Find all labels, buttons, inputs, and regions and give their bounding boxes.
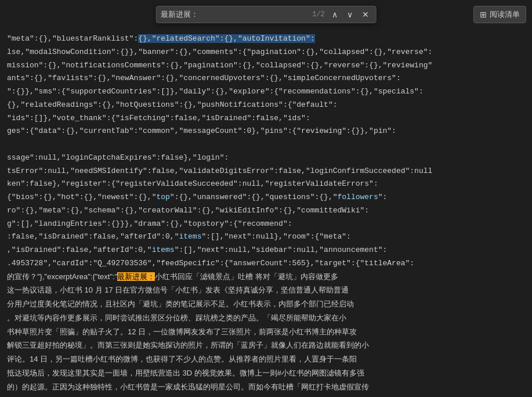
code-line-2: lse,"modalShowCondition":{}},"banner":{}… — [7, 46, 525, 59]
find-label: 最新进展： — [161, 9, 198, 20]
code-line-5: ":{}},"sms":{"supportedCountries":[]},"d… — [7, 85, 525, 99]
code-line-16: :false,"isDrained":false,"afterId":0,"it… — [7, 230, 525, 244]
code-line-10: ssage":null,"loginCaptchaExpires":false}… — [7, 151, 525, 165]
code-line-4: ants":{},"favlists":{},"newAnswer":{},"c… — [7, 72, 525, 85]
find-count: 1/2 — [312, 10, 325, 19]
reading-list-icon: ⊞ — [480, 10, 487, 19]
code-lines: "meta":{},"bluestarRanklist":{},"related… — [7, 33, 525, 394]
code-line-12: ken":false},"register":{"registerValidat… — [7, 178, 525, 191]
code-line-7: "ids":[]},"vote_thank":{"isFetching":fal… — [7, 112, 525, 125]
find-next-button[interactable]: ∨ — [345, 9, 355, 20]
code-line-3: mission":{},"notificationsComments":{},"… — [7, 59, 525, 73]
code-line-27: 的）的起源。正因为这种独特性，小红书曾是一家成长迅猛的明星公司。而如今有吐槽「网… — [7, 381, 525, 395]
find-prev-button[interactable]: ∧ — [330, 9, 340, 20]
main-content: "meta":{},"bluestarRanklist":{},"related… — [0, 0, 532, 397]
code-line-26: 抵达现场后，发现这里其实是一面墙，用壁纸营造出 3D 的视觉效果。微博上一则#小… — [7, 367, 525, 381]
code-line-23: 书种草照片变「照骗」的贴子火了。12 日，一位微博网友发布了三张照片，前两张是小… — [7, 326, 525, 340]
code-line-19: 的宣传？"},"excerptArea":{"text":"最新进展：小红书回应… — [7, 270, 525, 284]
code-line-24: 解锁三亚超好拍的秘境」。而第三张则是她实地探访的照片，所谓的「蓝房子」就像人们在… — [7, 339, 525, 353]
code-line-14: ro":{},"meta":{},"schema":{},"creatorWal… — [7, 204, 525, 218]
reading-list-label: 阅读清单 — [490, 9, 520, 20]
code-line-15: g":[],"landingEntries":{}}},"drama":{},"… — [7, 218, 525, 231]
code-line-9 — [7, 138, 525, 151]
code-line-21: 分用户过度美化笔记的情况，且社区内「避坑」类的笔记展示不足。小红书表示，内部多个… — [7, 298, 525, 312]
code-line-17: ,"isDrained":false,"afterId":0,"items":[… — [7, 244, 525, 257]
code-line-20: 这一热议话题，小红书 10 月 17 日在官方微信号「小红书」发表《坚持真诚分享… — [7, 284, 525, 298]
code-line-1: "meta":{},"bluestarRanklist":{},"related… — [7, 33, 525, 46]
code-line-25: 评论。14 日，另一篇吐槽小红书的微博，也获得了不少人的点赞。从推荐者的照片里看… — [7, 353, 525, 367]
reading-list-button[interactable]: ⊞ 阅读清单 — [473, 6, 526, 23]
code-line-22: 。对避坑等内容作更多展示，同时尝试推出景区分位榜、踩坑榜之类的产品。「竭尽所能帮… — [7, 312, 525, 326]
find-input[interactable] — [203, 10, 307, 19]
code-line-18: .4953728","cardId":"Q_492703536","feedSp… — [7, 257, 525, 270]
code-line-8: ges":{"data":{},"currentTab":"common","m… — [7, 125, 525, 138]
code-line-6: {},"relatedReadings":{},"hotQuestions":{… — [7, 99, 525, 112]
code-line-13: {"bios":{},"hot":{},"newest":{},"top":{}… — [7, 191, 525, 204]
code-line-11: tsError":null,"needSMSIdentify":false,"v… — [7, 165, 525, 178]
find-close-button[interactable]: ✕ — [360, 9, 371, 20]
find-bar: 最新进展： 1/2 ∧ ∨ ✕ — [155, 6, 377, 23]
